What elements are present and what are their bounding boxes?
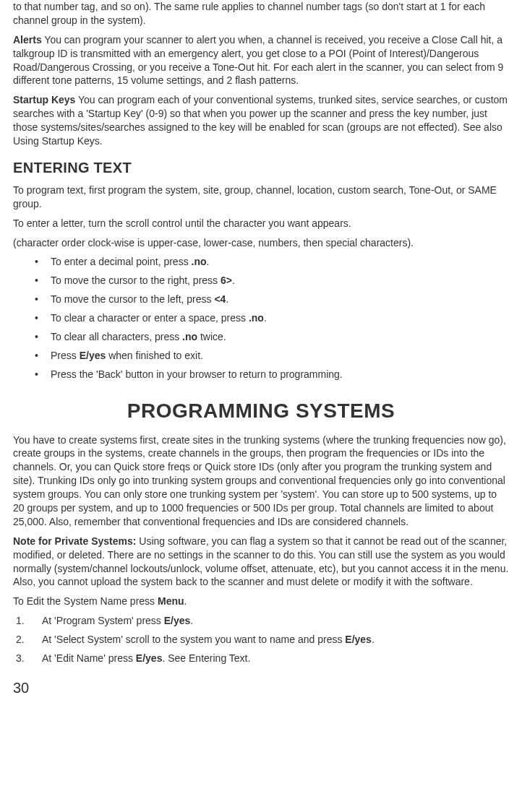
list-text: twice. (197, 331, 226, 342)
list-text: Press (51, 350, 80, 361)
list-text: At 'Program System' press (42, 615, 164, 626)
key-label: 6> (221, 275, 232, 286)
list-text: To clear all characters, press (51, 331, 182, 342)
body-text: You can program each of your conventiona… (13, 94, 508, 147)
list-text: To move the cursor to the right, press (51, 275, 221, 286)
key-label: E/yes (80, 350, 106, 361)
list-text: . (190, 615, 193, 626)
body-paragraph: To Edit the System Name press Menu. (13, 595, 509, 608)
list-item: To clear a character or enter a space, p… (35, 311, 509, 325)
list-text: . (372, 634, 375, 645)
list-text: To enter a decimal point, press (51, 256, 192, 267)
list-text: . (207, 256, 210, 267)
heading-entering-text: ENTERING TEXT (13, 158, 509, 178)
body-paragraph: (character order clock-wise is upper-cas… (13, 236, 509, 250)
inline-label: Note for Private Systems: (13, 535, 136, 547)
list-text: . (264, 312, 267, 324)
key-label: .no (182, 331, 197, 342)
body-paragraph: to that number tag, and so on). The same… (13, 0, 509, 27)
list-text: when finished to exit. (106, 350, 203, 361)
list-item: To enter a decimal point, press .no. (35, 255, 509, 269)
list-item: To move the cursor to the right, press 6… (35, 274, 509, 288)
heading-programming-systems: PROGRAMMING SYSTEMS (13, 397, 509, 425)
body-paragraph-alerts: Alerts You can program your scanner to a… (13, 33, 509, 88)
body-paragraph-private-systems: Note for Private Systems: Using software… (13, 535, 509, 589)
body-text: You can program your scanner to alert yo… (13, 34, 503, 87)
bullet-list: To enter a decimal point, press .no. To … (35, 255, 509, 381)
body-paragraph: You have to create systems first, create… (13, 433, 509, 529)
key-label: <4 (214, 293, 226, 305)
list-item: Press E/yes when finished to exit. (35, 349, 509, 363)
inline-label: Alerts (13, 34, 42, 46)
list-item: At 'Program System' press E/yes. (16, 614, 509, 628)
body-text: To Edit the System Name press (13, 595, 158, 607)
list-item: To clear all characters, press .no twice… (35, 330, 509, 344)
numbered-list: At 'Program System' press E/yes. At 'Sel… (16, 614, 509, 665)
key-label: .no (249, 312, 264, 324)
key-label: E/yes (136, 652, 163, 664)
list-text: At 'Edit Name' press (42, 652, 136, 664)
body-paragraph: To enter a letter, turn the scroll contr… (13, 217, 509, 230)
list-text: To move the cursor to the left, press (51, 293, 214, 305)
body-text: . (184, 595, 187, 607)
inline-label: Startup Keys (13, 94, 75, 105)
list-item: Press the 'Back' button in your browser … (35, 368, 509, 381)
body-paragraph-startup-keys: Startup Keys You can program each of you… (13, 93, 509, 148)
list-text: To clear a character or enter a space, p… (51, 312, 249, 324)
list-text: . (226, 293, 228, 305)
key-label: E/yes (164, 615, 191, 626)
list-text: . (232, 275, 235, 286)
key-label: Menu (158, 595, 184, 607)
key-label: .no (192, 256, 207, 267)
list-item: At 'Select System' scroll to the system … (16, 633, 509, 647)
list-text: At 'Select System' scroll to the system … (42, 634, 345, 645)
key-label: E/yes (345, 634, 372, 645)
body-paragraph: To program text, first program the syste… (13, 183, 509, 211)
list-item: At 'Edit Name' press E/yes. See Entering… (16, 652, 509, 665)
list-text: Press the 'Back' button in your browser … (51, 368, 343, 380)
list-item: To move the cursor to the left, press <4… (35, 293, 509, 306)
list-text: . See Entering Text. (162, 652, 250, 664)
page-number: 30 (13, 678, 509, 698)
